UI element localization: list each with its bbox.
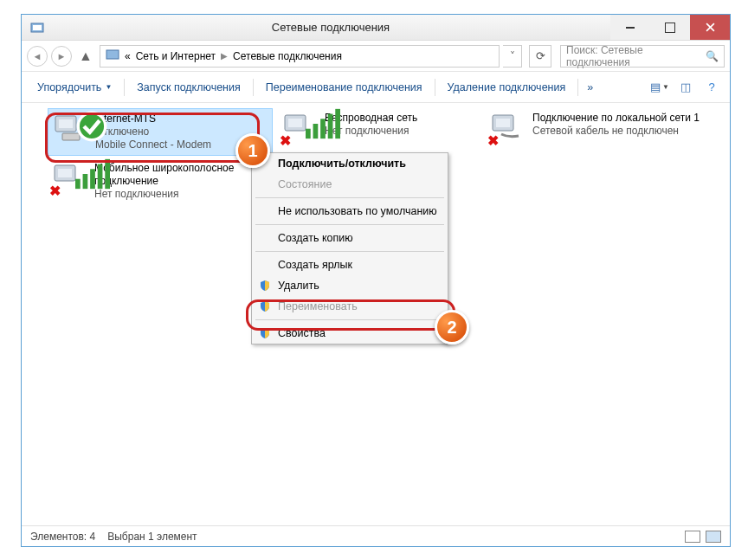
close-button[interactable] <box>690 15 730 40</box>
delete-connection-button[interactable]: Удаление подключения <box>441 76 573 99</box>
ethernet-icon: ✖ <box>491 112 526 143</box>
ctx-copy[interactable]: Создать копию <box>252 228 448 248</box>
breadcrumb-prefix: « <box>125 50 131 62</box>
toolbar: Упорядочить▼ Запуск подключения Переимен… <box>22 72 730 103</box>
svg-rect-10 <box>313 124 319 138</box>
tiles-view-icon[interactable] <box>706 531 721 543</box>
ctx-shortcut[interactable]: Создать ярлык <box>252 254 448 275</box>
rename-connection-button[interactable]: Переименование подключения <box>259 76 429 99</box>
separator <box>255 251 444 252</box>
svg-rect-8 <box>288 119 302 127</box>
error-x-icon: ✖ <box>487 132 500 145</box>
ctx-not-default[interactable]: Не использовать по умолчанию <box>252 201 448 222</box>
svg-rect-2 <box>106 50 119 59</box>
svg-rect-9 <box>306 129 311 138</box>
connection-name: Internet-MTS <box>95 113 211 126</box>
connection-lan[interactable]: ✖ Подключение по локальной сети 1 Сетево… <box>486 108 719 146</box>
shield-icon <box>259 300 271 312</box>
address-bar: ◄ ► ▲ « Сеть и Интернет ▶ Сетевые подклю… <box>22 41 730 72</box>
separator <box>577 79 578 96</box>
toolbar-more[interactable]: » <box>584 81 596 93</box>
svg-rect-21 <box>98 164 103 190</box>
statusbar: Элементов: 4 Выбран 1 элемент <box>22 525 730 546</box>
separator <box>253 79 254 96</box>
start-connection-button[interactable]: Запуск подключения <box>130 76 247 99</box>
wireless-icon: ✖ <box>283 112 318 143</box>
ctx-delete[interactable]: Удалить <box>252 275 448 296</box>
svg-rect-15 <box>496 119 510 127</box>
breadcrumb[interactable]: « Сеть и Интернет ▶ Сетевые подключения <box>100 45 500 68</box>
svg-rect-18 <box>75 179 81 189</box>
ctx-connect-disconnect[interactable]: Подключить/отключить <box>252 153 448 174</box>
minimize-button[interactable] <box>610 15 650 40</box>
svg-rect-17 <box>58 169 72 177</box>
organize-button[interactable]: Упорядочить▼ <box>30 76 119 99</box>
separator <box>124 79 125 96</box>
selected-count: Выбран 1 элемент <box>107 531 197 543</box>
separator <box>435 79 435 96</box>
callout-2: 2 <box>435 310 469 344</box>
connection-status: Сетевой кабель не подключен <box>532 125 700 138</box>
forward-button[interactable]: ► <box>51 46 72 67</box>
signal-icon <box>306 108 340 143</box>
svg-rect-4 <box>59 119 73 128</box>
mobile-icon: ✖ <box>53 162 87 193</box>
svg-rect-1 <box>33 25 42 30</box>
separator <box>255 224 444 225</box>
titlebar: Сетевые подключения <box>22 15 730 41</box>
breadcrumb-seg2[interactable]: Сетевые подключения <box>233 50 342 62</box>
connection-status: Нет подключения <box>94 188 268 201</box>
search-input[interactable]: Поиск: Сетевые подключения 🔍 <box>560 45 725 68</box>
ctx-rename: Переименовать <box>252 296 448 317</box>
svg-rect-13 <box>335 109 340 138</box>
back-button[interactable]: ◄ <box>27 46 48 67</box>
up-button[interactable]: ▲ <box>75 46 96 67</box>
connection-status: Отключено <box>95 126 211 138</box>
breadcrumb-seg1[interactable]: Сеть и Интернет <box>136 50 216 62</box>
breadcrumb-dropdown[interactable]: ˅ <box>503 45 522 68</box>
svg-rect-12 <box>328 114 333 139</box>
shield-icon <box>259 327 271 339</box>
shield-icon <box>259 280 271 292</box>
svg-rect-11 <box>320 119 326 138</box>
svg-rect-22 <box>105 159 110 189</box>
modem-icon <box>54 113 88 144</box>
app-icon-small <box>106 48 119 64</box>
callout-1: 1 <box>235 133 270 168</box>
connection-wireless[interactable]: ✖ Беспроводная сеть Нет подключения <box>278 108 503 146</box>
separator <box>255 197 444 198</box>
ctx-properties[interactable]: Свойства <box>252 323 448 344</box>
svg-rect-20 <box>90 169 95 189</box>
ctx-state: Состояние <box>252 174 448 195</box>
preview-pane-icon[interactable]: ◫ <box>676 79 695 96</box>
chevron-right-icon: ▶ <box>221 51 228 61</box>
signal-icon <box>75 158 110 193</box>
refresh-button[interactable]: ⟳ <box>529 45 551 68</box>
svg-rect-19 <box>83 174 88 189</box>
search-placeholder: Поиск: Сетевые подключения <box>566 44 706 68</box>
context-menu: Подключить/отключить Состояние Не исполь… <box>251 152 448 344</box>
window-title: Сетевые подключения <box>51 21 610 34</box>
error-x-icon: ✖ <box>49 183 61 195</box>
connection-mobile-broadband[interactable]: ✖ Мобильное широкополосное подключение Н… <box>48 158 273 204</box>
view-options-icon[interactable]: ▤▼ <box>650 79 669 96</box>
maximize-button[interactable] <box>650 15 690 40</box>
item-count: Элементов: 4 <box>30 531 95 543</box>
search-icon: 🔍 <box>706 50 719 62</box>
error-x-icon: ✖ <box>280 132 292 145</box>
connection-name: Мобильное широкополосное подключение <box>94 162 268 188</box>
help-icon[interactable]: ? <box>702 79 721 96</box>
connection-detail: Mobile Connect - Modem <box>95 138 211 151</box>
window-buttons <box>610 15 730 40</box>
check-icon <box>74 111 88 125</box>
connection-name: Подключение по локальной сети 1 <box>532 112 700 125</box>
details-view-icon[interactable] <box>685 531 700 543</box>
app-icon <box>30 21 44 35</box>
separator <box>255 319 444 320</box>
svg-point-6 <box>78 113 106 140</box>
